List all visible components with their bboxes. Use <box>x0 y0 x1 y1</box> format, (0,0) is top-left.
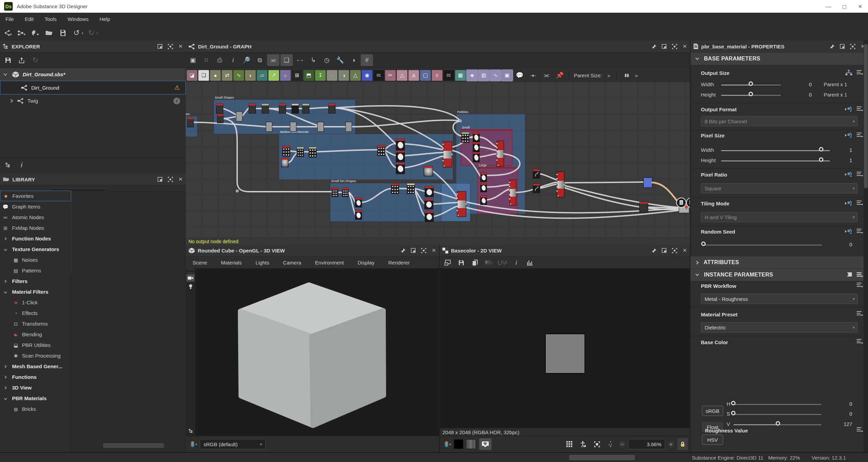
maximize-panel-icon[interactable] <box>165 175 175 183</box>
pbr-workflow-icons[interactable] <box>856 282 863 288</box>
view3d-menu-camera[interactable]: Camera <box>276 260 308 266</box>
view3d-menu-materials[interactable]: Materials <box>214 260 249 266</box>
library-item-3d-view[interactable]: 3D View <box>0 382 71 393</box>
graph-node-blob[interactable] <box>481 196 487 205</box>
library-item-atomic-nodes[interactable]: ⫘Atomic Nodes <box>0 212 71 223</box>
s-thumb[interactable] <box>731 411 736 415</box>
random-seed-icons[interactable] <box>845 228 863 234</box>
node-palette-icon-3[interactable]: ● <box>210 70 221 81</box>
graph-node-dots[interactable] <box>407 183 415 194</box>
graph-node-squig[interactable] <box>533 184 540 193</box>
grid-snap-icon[interactable]: # <box>361 54 373 66</box>
graph-wire[interactable] <box>540 174 557 180</box>
colorspace-layers-icon[interactable] <box>443 441 450 448</box>
library-item-scan-processing[interactable]: ✱Scan Processing <box>0 350 71 361</box>
library-item-graph-items[interactable]: 💬Graph Items <box>0 201 71 212</box>
comment-icon[interactable]: 💬 <box>513 69 526 81</box>
graph-node-noise[interactable] <box>302 104 309 113</box>
graph-node-noise[interactable] <box>187 117 194 127</box>
close-panel-icon[interactable]: ✕ <box>680 42 690 50</box>
node-palette-icon-14[interactable]: ◑ <box>338 70 349 81</box>
redo-icon[interactable]: ↻ <box>85 28 97 38</box>
library-item-blending[interactable]: ☯Blending <box>0 329 71 340</box>
s-slider[interactable] <box>733 414 821 415</box>
node-palette-icon-26[interactable]: ▥ <box>478 70 489 81</box>
pixel-ratio-select[interactable]: Square▾ <box>701 183 858 193</box>
library-item-texture-generators[interactable]: Texture Generators <box>0 244 71 255</box>
library-item-favorites[interactable]: ★Favorites <box>0 191 71 201</box>
reload-icon[interactable]: ↻ <box>30 55 41 65</box>
float-icon[interactable] <box>659 246 669 255</box>
colorspace-select[interactable]: sRGB (default) ▾ <box>200 439 266 449</box>
dot-link-icon[interactable]: -●- <box>527 69 539 81</box>
chevron-right-icon[interactable] <box>10 99 13 103</box>
node-palette-icon-16[interactable]: ◉ <box>362 70 372 81</box>
base-color-icons[interactable] <box>856 339 863 344</box>
maximize-panel-icon[interactable] <box>669 42 680 50</box>
maximize-panel-icon[interactable] <box>165 42 175 50</box>
maximize-button[interactable]: ▢ <box>836 0 852 13</box>
undo-icon[interactable]: ↺ <box>71 28 82 38</box>
graph-node-grayn[interactable] <box>236 112 242 121</box>
graph-node-blob[interactable] <box>355 210 362 219</box>
instance-parameters-section[interactable]: INSTANCE PARAMETERS <box>691 268 868 281</box>
node-palette-icon-20[interactable]: A <box>408 70 419 81</box>
hscrollbar-thumb[interactable] <box>569 455 635 460</box>
graph-node-noise[interactable] <box>262 104 269 113</box>
graph-node-grayn[interactable] <box>290 122 296 132</box>
graph-node-dots[interactable] <box>462 132 469 143</box>
menu-windows[interactable]: Windows <box>62 13 94 25</box>
float-icon[interactable] <box>837 42 847 50</box>
save-image-icon[interactable] <box>455 258 467 268</box>
graph-node-blob[interactable] <box>473 152 479 162</box>
graph-node-dots[interactable] <box>342 188 348 197</box>
histogram-icon[interactable] <box>524 258 536 268</box>
node-palette-icon-27[interactable]: ∿ <box>490 70 501 81</box>
graph-node-noise[interactable] <box>639 202 648 212</box>
graph-node-blend[interactable] <box>556 172 565 197</box>
library-item-patterns[interactable]: ▤Patterns <box>0 265 71 276</box>
graph-node-blend[interactable] <box>442 142 453 167</box>
library-item-mesh-based-gener-[interactable]: Mesh Based Gener... <box>0 361 71 372</box>
elbow-icon[interactable]: ↳ <box>307 54 320 66</box>
physical-size-icon[interactable] <box>577 439 589 449</box>
maximize-panel-icon[interactable] <box>669 246 680 255</box>
node-palette-icon-5[interactable]: ∿ <box>233 70 244 81</box>
node-palette-icon-25[interactable]: ◈ <box>467 70 477 81</box>
roughness-icons[interactable] <box>856 427 863 432</box>
graph-node-blob[interactable] <box>355 198 362 207</box>
output-height-thumb[interactable] <box>749 92 753 96</box>
graph-frame-small-shapes[interactable]: Small Shapes <box>214 96 355 134</box>
subgraph-icon[interactable]: ⫘ <box>540 69 553 81</box>
graph-node-blob[interactable] <box>481 183 487 192</box>
chevron-down-icon[interactable] <box>3 73 7 76</box>
node-palette-icon-24[interactable]: ▦ <box>455 70 466 81</box>
library-item-material-filters[interactable]: Material Filters <box>0 286 71 297</box>
display-rgb-toggle[interactable] <box>479 438 491 450</box>
graph-canvas[interactable]: ShapesSmall ShapesMedium Dirt MoundsSmal… <box>186 82 690 238</box>
library-item-noises[interactable]: ▩Noises <box>0 255 71 265</box>
library-item-1-click[interactable]: ≋1-Click <box>0 297 71 308</box>
fit-view-icon[interactable] <box>591 439 603 449</box>
colorspace-chevron-icon[interactable]: ▾ <box>449 442 451 446</box>
info-icon[interactable]: i <box>510 258 522 268</box>
layers-icon[interactable]: ❏ <box>280 54 293 66</box>
graph-node-blob[interactable] <box>425 187 433 197</box>
graph-node-blob[interactable] <box>425 211 433 222</box>
instance-icons[interactable] <box>847 272 863 278</box>
search-icon[interactable]: 🔎 <box>240 54 253 66</box>
undo-dropdown-icon[interactable]: ▾ <box>82 31 83 35</box>
random-seed-thumb[interactable] <box>701 241 706 246</box>
library-item-function-nodes[interactable]: Function Nodes <box>0 233 71 244</box>
background-swatch-gray[interactable] <box>466 439 476 449</box>
node-palette-icon-21[interactable]: ▢ <box>420 70 431 81</box>
zoom-out-button[interactable]: − <box>619 441 625 447</box>
actual-size-icon[interactable]: ⁙ <box>200 54 212 66</box>
menu-file[interactable]: File <box>0 13 19 25</box>
node-size-icon[interactable]: ▮▮ <box>621 69 633 81</box>
maximize-panel-icon[interactable] <box>418 246 429 255</box>
menu-tools[interactable]: Tools <box>39 13 62 25</box>
graph-node-noise[interactable] <box>328 104 335 113</box>
new-function-icon[interactable] <box>16 28 27 38</box>
open-folder-icon[interactable] <box>43 28 55 38</box>
